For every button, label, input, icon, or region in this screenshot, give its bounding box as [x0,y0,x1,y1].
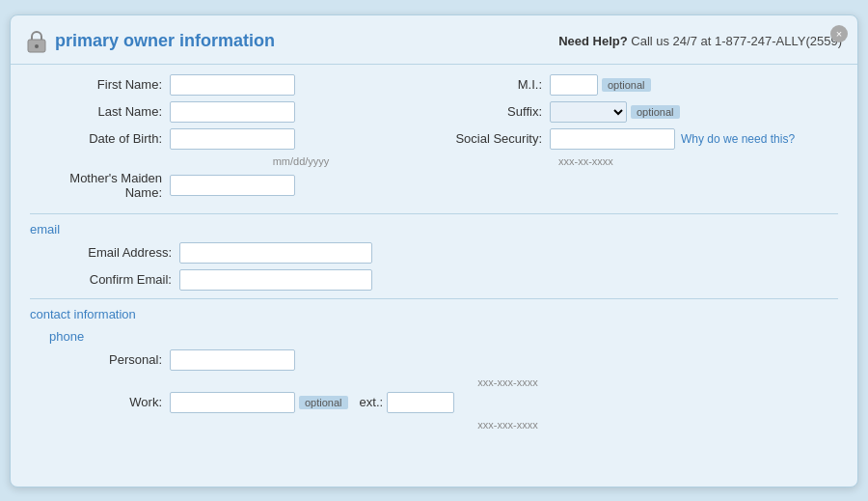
maiden-row: Mother's Maiden Name: [30,171,424,200]
email-address-label: Email Address: [30,245,179,260]
last-name-row: Last Name: [30,101,424,123]
first-name-row: First Name: [30,74,424,96]
ssn-label: Social Security: [444,131,550,146]
dob-hint: mm/dd/yyyy [177,155,424,167]
email-divider [30,213,838,214]
header-left: primary owner information [26,29,275,54]
last-name-label: Last Name: [30,104,170,119]
ext-input[interactable] [387,392,454,413]
help-detail: Call us 24/7 at 1-877-247-ALLY(2559) [628,34,842,48]
mi-label: M.I.: [444,77,550,92]
work-phone-input[interactable] [170,392,295,413]
ssn-hint: xxx-xx-xxxx [558,155,838,167]
suffix-label: Suffix: [444,104,550,119]
modal-body: First Name: Last Name: Date of Birth: mm… [11,65,857,440]
modal-title: primary owner information [55,31,275,51]
maiden-label: Mother's Maiden Name: [30,171,170,200]
modal-container: × primary owner information Need Help? C… [10,14,858,487]
suffix-select[interactable]: Jr. Sr. II III IV [550,101,627,123]
work-optional-badge: optional [299,396,348,409]
ssn-row: Social Security: Why do we need this? [444,128,838,150]
personal-phone-hint: xxx-xxx-xxxx [177,376,838,388]
phone-section-label: phone [49,329,838,344]
personal-phone-input[interactable] [170,349,295,371]
email-address-input[interactable] [179,242,372,264]
work-phone-label: Work: [30,395,170,409]
first-name-label: First Name: [30,77,170,92]
email-section-label: email [30,222,838,237]
close-icon: × [836,28,842,40]
contact-section-label: contact information [30,307,838,321]
need-help-label: Need Help? [558,34,628,48]
mi-input[interactable] [550,74,598,96]
confirm-email-label: Confirm Email: [30,272,179,287]
email-address-row: Email Address: [30,242,838,264]
lock-icon [26,29,47,54]
modal-header: primary owner information Need Help? Cal… [11,15,857,65]
dob-row: Date of Birth: [30,128,424,150]
first-name-input[interactable] [170,74,295,96]
close-button[interactable]: × [830,25,848,42]
suffix-row: Suffix: Jr. Sr. II III IV optional [444,101,838,123]
dob-label: Date of Birth: [30,131,170,146]
personal-info-section: First Name: Last Name: Date of Birth: mm… [30,74,838,206]
ssn-input[interactable] [550,128,675,150]
mi-row: M.I.: optional [444,74,838,96]
last-name-input[interactable] [170,101,295,123]
svg-point-1 [35,44,39,48]
dob-input[interactable] [170,128,295,150]
why-link[interactable]: Why do we need this? [681,132,795,146]
ext-label: ext.: [360,395,384,409]
confirm-email-input[interactable] [179,269,372,291]
right-col: M.I.: optional Suffix: Jr. Sr. II III IV [444,74,838,206]
help-text: Need Help? Call us 24/7 at 1-877-247-ALL… [558,34,842,48]
maiden-input[interactable] [170,175,295,196]
personal-phone-label: Personal: [30,352,170,367]
personal-phone-row: Personal: [30,349,838,371]
left-col: First Name: Last Name: Date of Birth: mm… [30,74,424,206]
confirm-email-row: Confirm Email: [30,269,838,291]
suffix-optional-badge: optional [631,105,680,119]
work-phone-hint: xxx-xxx-xxxx [177,419,838,431]
contact-divider [30,298,838,299]
work-phone-row: Work: optional ext.: [30,392,838,413]
mi-optional-badge: optional [602,78,651,92]
